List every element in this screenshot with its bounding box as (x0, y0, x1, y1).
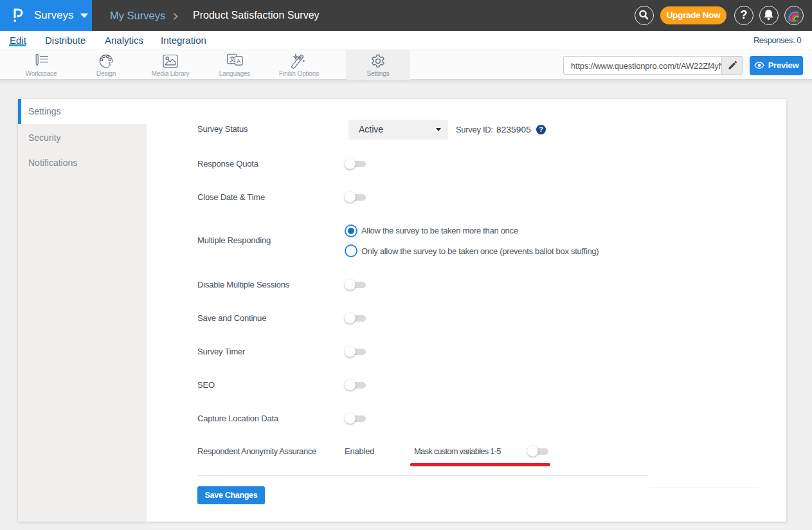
svg-text:A: A (237, 58, 240, 64)
